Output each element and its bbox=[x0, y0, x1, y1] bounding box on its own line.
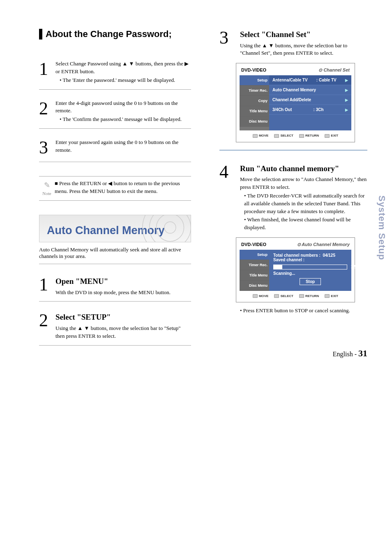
feature-box: Auto Channel Memory bbox=[39, 215, 191, 242]
osd-main-scan: Total channel numbers : 04/125 Saved cha… bbox=[269, 250, 351, 291]
after-note: • Press ENTER button to STOP or cancel s… bbox=[240, 307, 367, 314]
osd-side-disc[interactable]: Disc Menu bbox=[240, 281, 269, 291]
osd-side-label: Setup bbox=[257, 78, 267, 82]
osd-side-timer[interactable]: Timer Rec. bbox=[240, 260, 269, 270]
osd-row-label: 3/4Ch Out bbox=[272, 107, 292, 112]
total-label: Total channel numbers : bbox=[273, 253, 321, 258]
pencil-icon: ✎ bbox=[39, 180, 55, 190]
osd-sidebar: Setup Timer Rec. Title Menu Disc Menu bbox=[240, 250, 269, 291]
step-bullet: The 'Enter the password.' message will b… bbox=[63, 77, 175, 83]
page-footer: English - 31 bbox=[333, 348, 367, 359]
osd-foot-return: RETURN bbox=[299, 134, 319, 137]
right-column: 3 Select "Channel Set" Using the ▲ ▼ but… bbox=[219, 29, 367, 314]
osd-side-disc[interactable]: Disc Menu bbox=[240, 116, 269, 127]
note-box: ✎ Note ■ Press the RETURN or ◀ button to… bbox=[39, 176, 191, 201]
progress-fill bbox=[274, 265, 282, 269]
osd-row-label: Antenna/Cable TV bbox=[272, 78, 308, 82]
progress-bar: 12% bbox=[273, 265, 347, 269]
step-bullet: The 'Confirm the password.' message will… bbox=[63, 116, 182, 122]
step-bullet: When finished, the lowest channel found … bbox=[244, 216, 351, 230]
osd-header-left: DVD-VIDEO bbox=[241, 242, 266, 247]
osd-side-setup[interactable]: Setup bbox=[240, 75, 269, 86]
left-column: About the Change Password; 1 Select Chan… bbox=[39, 29, 191, 355]
osd-side-setup[interactable]: Setup bbox=[240, 250, 269, 260]
step-text: Using the ▲ ▼ buttons, move the selectio… bbox=[240, 42, 347, 56]
step-select-setup: 2 Select "SETUP" Using the ▲ ▼ buttons, … bbox=[39, 311, 191, 345]
svg-point-3 bbox=[164, 222, 176, 233]
step-body: Select "SETUP" Using the ▲ ▼ buttons, mo… bbox=[55, 311, 191, 340]
step-title-text: Select "SETUP" bbox=[55, 313, 111, 321]
osd-side-label: Title Menu bbox=[249, 273, 267, 277]
osd-row-value: : 3Ch bbox=[314, 107, 324, 112]
step-3: 3 Enter your password again using the 0 … bbox=[39, 139, 191, 162]
chevron-right-icon: ▶ bbox=[345, 98, 348, 102]
step-number: 2 bbox=[39, 311, 55, 330]
osd-foot-return: RETURN bbox=[299, 294, 319, 298]
note-text-content: Press the RETURN or ◀ button to return t… bbox=[55, 180, 180, 194]
step-body: Open "MENU" With the DVD in stop mode, p… bbox=[55, 276, 191, 296]
osd-auto-memory: DVD-VIDEO ⊙ Auto Channel Memory Setup Ti… bbox=[236, 237, 355, 302]
osd-foot-exit: EXIT bbox=[325, 294, 338, 298]
step-body: Run "Auto channel memory" Move the selec… bbox=[240, 163, 367, 232]
osd-row-add-delete[interactable]: Channel Add/Delete ▶ bbox=[269, 95, 351, 105]
osd-side-label: Disc Menu bbox=[249, 283, 267, 288]
step-number: 1 bbox=[39, 60, 55, 78]
feature-desc: Auto Channel Memory will automatically s… bbox=[39, 246, 191, 264]
osd-side-title[interactable]: Title Menu bbox=[240, 270, 269, 281]
osd-foot-exit: EXIT bbox=[325, 134, 338, 137]
step-bullet: The DVD Recorder-VCR will automatically … bbox=[244, 193, 364, 214]
step-text: Enter the 4-digit password using the 0 t… bbox=[55, 100, 178, 114]
step-text: Enter your password again using the 0 to… bbox=[55, 139, 178, 153]
osd-sidebar: Setup Timer Rec. Copy Title Menu Disc Me… bbox=[240, 75, 269, 130]
svg-point-2 bbox=[156, 215, 184, 242]
step-title: Select "SETUP" bbox=[55, 311, 191, 323]
osd-side-timer[interactable]: Timer Rec. bbox=[240, 86, 269, 96]
osd-side-label: Timer Rec. bbox=[249, 88, 267, 93]
disc-icon bbox=[141, 215, 191, 242]
step-number: 2 bbox=[39, 100, 55, 118]
step-body: Enter the 4-digit password using the 0 t… bbox=[55, 100, 191, 124]
osd-foot-select: SELECT bbox=[274, 294, 293, 298]
osd-row-value: : Cable TV bbox=[316, 78, 337, 82]
osd-row-antenna[interactable]: Antenna/Cable TV : Cable TV ▶ bbox=[269, 75, 351, 85]
osd-side-label: Setup bbox=[257, 253, 267, 257]
step-number: 4 bbox=[219, 163, 240, 181]
osd-row-out[interactable]: 3/4Ch Out : 3Ch ▶ bbox=[269, 105, 351, 115]
step-body: Select Change Password using ▲ ▼ buttons… bbox=[55, 60, 191, 84]
osd-row-label: Channel Add/Delete bbox=[272, 98, 311, 102]
step-title: Run "Auto channel memory" bbox=[240, 163, 367, 174]
osd-header-right: ⊙ Channel Set bbox=[318, 67, 350, 73]
step-title-text: Open "MENU" bbox=[55, 277, 108, 286]
step-title-text: Run "Auto channel memory" bbox=[240, 164, 339, 173]
osd-channel-set: DVD-VIDEO ⊙ Channel Set Setup Timer Rec.… bbox=[236, 63, 355, 142]
osd-main: Antenna/Cable TV : Cable TV ▶ Auto Chann… bbox=[269, 75, 351, 130]
osd-foot-move: MOVE bbox=[253, 134, 269, 137]
osd-side-copy[interactable]: Copy bbox=[240, 96, 269, 106]
osd-side-title[interactable]: Title Menu bbox=[240, 106, 269, 116]
scanning-label: Scanning... bbox=[273, 271, 347, 276]
after-text: Press ENTER button to STOP or cancel sca… bbox=[243, 307, 350, 313]
step-open-menu: 1 Open "MENU" With the DVD in stop mode,… bbox=[39, 276, 191, 302]
progress-percent: 12% bbox=[351, 265, 359, 269]
osd-row-auto-memory[interactable]: Auto Channel Memory ▶ bbox=[269, 85, 351, 95]
stop-button[interactable]: Stop bbox=[300, 278, 321, 285]
step-text: Select Change Password using ▲ ▼ buttons… bbox=[55, 60, 189, 74]
osd-header-right-text: Channel Set bbox=[323, 67, 350, 72]
step-title: Open "MENU" bbox=[55, 276, 191, 287]
osd-row-label: Auto Channel Memory bbox=[272, 88, 316, 92]
chevron-right-icon: ▶ bbox=[345, 108, 348, 112]
osd-side-label: Disc Menu bbox=[249, 119, 267, 123]
osd-header-right: ⊙ Auto Channel Memory bbox=[297, 242, 350, 247]
step-body: Enter your password again using the 0 to… bbox=[55, 139, 191, 154]
note-text: ■ Press the RETURN or ◀ button to return… bbox=[55, 180, 191, 197]
osd-foot-select: SELECT bbox=[274, 134, 293, 137]
svg-point-1 bbox=[150, 215, 191, 242]
step-text: Using the ▲ ▼ buttons, move the selectio… bbox=[55, 325, 181, 339]
osd-side-label: Timer Rec. bbox=[249, 263, 267, 267]
note-label: Note bbox=[42, 191, 51, 196]
footer-lang: English - bbox=[333, 351, 357, 358]
step-body: Select "Channel Set" Using the ▲ ▼ butto… bbox=[240, 29, 367, 57]
step-2: 2 Enter the 4-digit password using the 0… bbox=[39, 100, 191, 129]
step-number: 3 bbox=[219, 29, 240, 47]
step-number: 3 bbox=[39, 139, 55, 157]
